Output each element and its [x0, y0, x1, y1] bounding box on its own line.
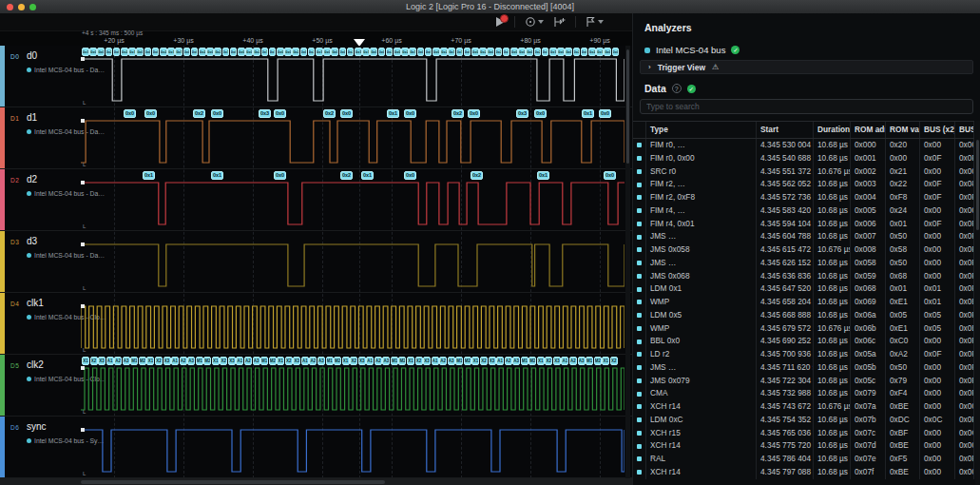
scrollbar-thumb[interactable]	[81, 480, 385, 484]
table-header-cell[interactable]: Start	[757, 122, 814, 138]
table-row[interactable]: FIM r2, 0xF84.345 572 736 s10.68 µs0x004…	[633, 191, 974, 204]
ruler-tick-label: +50 µs	[312, 37, 332, 44]
trigger-view-collapse[interactable]: › Trigger View ⚠	[640, 60, 973, 74]
waveform-vertical-scrollbar[interactable]	[625, 46, 630, 478]
channel-row-clk1[interactable]: D4clk1Intel MCS-04 bus - Clo…L	[0, 293, 632, 355]
wave-start-handle[interactable]	[81, 428, 85, 432]
waveform-d1[interactable]: 0x00x00x20x00x30x00x20x00x10x00x20x00x30…	[81, 107, 625, 169]
table-header-cell[interactable]: ROM val	[886, 122, 920, 138]
waveform-d2[interactable]: 0x10x10x00x20x10x00x20x10x0L	[81, 169, 625, 231]
bus-value-badge: A2	[439, 357, 447, 365]
table-row[interactable]: WMP4.345 679 572 s10.676 µs0x06b0xE10x05…	[633, 322, 974, 336]
scrollbar-thumb[interactable]	[626, 49, 629, 164]
table-row[interactable]: JMS 0x0794.345 722 304 s10.68 µs0x05c0x7…	[633, 375, 974, 388]
channel-row-clk2[interactable]: D5clk2Intel MCS-04 bus - Clo…X1X2X3A1A2A…	[0, 355, 632, 417]
wave-start-handle[interactable]	[81, 304, 85, 308]
table-row[interactable]: CMA4.345 732 988 s10.68 µs0x0790xF40x000…	[633, 387, 974, 400]
trigger-view-label: Trigger View	[658, 63, 705, 72]
table-header-cell[interactable]: Duration	[814, 122, 851, 138]
channel-row-d1[interactable]: D1d1Intel MCS-04 bus - Da…0x00x00x20x00x…	[0, 107, 632, 169]
table-cell: 0x50	[886, 257, 920, 270]
minimize-button[interactable]	[18, 4, 25, 10]
table-row[interactable]: FIM r4, 0x014.345 594 104 s10.68 µs0x006…	[633, 218, 974, 231]
timing-settings-button[interactable]	[525, 16, 544, 28]
table-row[interactable]: JMS …4.345 711 620 s10.68 µs0x05b0x500x0…	[633, 361, 974, 375]
channel-row-d0[interactable]: D0d0Intel MCS-04 bus - Da…0x10x00x00x20x…	[0, 46, 632, 107]
wave-start-handle[interactable]	[81, 242, 85, 246]
table-row[interactable]: SRC r04.345 551 372 s10.676 µs0x0020x210…	[633, 165, 974, 179]
channel-row-d2[interactable]: D2d2Intel MCS-04 bus - Da…0x10x10x00x20x…	[0, 169, 632, 231]
table-cell: 0xBE	[886, 400, 920, 414]
table-header-cell[interactable]: ROM adr	[851, 122, 886, 138]
channel-row-sync[interactable]: D6syncIntel MCS-04 bus - Sy…L	[0, 417, 632, 478]
waveform-sync[interactable]: L	[81, 417, 625, 478]
bus-value-badge: M1	[586, 357, 593, 365]
bus-value-badge: 0x1	[503, 48, 510, 56]
table-row[interactable]: JMS 0x0584.345 615 472 s10.676 µs0x0080x…	[633, 243, 974, 257]
channel-name-label[interactable]: d0	[27, 50, 37, 61]
table-row[interactable]: JMS 0x0684.345 636 836 s10.68 µs0x0590x6…	[633, 270, 974, 283]
table-header-cell[interactable]: Type	[646, 122, 757, 138]
wave-start-handle[interactable]	[81, 119, 85, 123]
table-cell: 0x0F	[955, 191, 974, 204]
table-row[interactable]: LDM 0x54.345 668 888 s10.68 µs0x06a0x050…	[633, 309, 974, 322]
analyzer-dot-icon	[27, 438, 31, 443]
table-row[interactable]: BBL 0x04.345 690 252 s10.68 µs0x06c0xC00…	[633, 335, 974, 348]
start-capture-button[interactable]	[496, 17, 505, 27]
waveform-d0[interactable]: 0x10x00x00x20x00x20x10x00x00x00x20x10x10…	[81, 46, 625, 107]
help-icon[interactable]: ?	[672, 84, 682, 93]
row-marker-cell	[633, 348, 646, 361]
table-row[interactable]: FIM r2, …4.345 562 052 s10.68 µs0x0030x2…	[633, 178, 974, 191]
table-scrollbar[interactable]	[975, 121, 980, 485]
search-input[interactable]	[640, 99, 973, 114]
maximize-button[interactable]	[29, 4, 36, 10]
table-row[interactable]: RAL4.345 786 404 s10.68 µs0x07e0xF50x000…	[633, 453, 974, 466]
analyzer-item-intel-mcs04[interactable]: Intel MCS-04 bus ✓	[644, 45, 740, 55]
table-row[interactable]: LDM 0x14.345 647 520 s10.68 µs0x0680x010…	[633, 282, 974, 296]
analyzer-color-dot	[644, 48, 650, 53]
channel-row-d3[interactable]: D3d3Intel MCS-04 bus - Da…L	[0, 231, 632, 293]
table-row[interactable]: XCH r154.345 765 036 s10.68 µs0x07c0xBF0…	[633, 427, 974, 440]
bus-value-badge: 0x0	[300, 48, 308, 56]
bus-value-badge: X1	[537, 357, 545, 365]
waveform-d3[interactable]: L	[81, 231, 625, 293]
table-cell: 0x07d	[851, 439, 886, 453]
channel-name-label[interactable]: d3	[27, 236, 37, 246]
bus-value-badge: 0x0	[394, 48, 401, 56]
table-row[interactable]: XCH r144.345 743 672 s10.676 µs0x07a0xBE…	[633, 400, 974, 414]
timer-icon	[525, 16, 536, 28]
channel-name-label[interactable]: d2	[27, 174, 37, 184]
table-row[interactable]: XCH r144.345 775 720 s10.68 µs0x07d0xBE0…	[633, 439, 974, 453]
time-ruler[interactable]: +4 s : 345 ms : 500 µs +20 µs+30 µs+40 µ…	[81, 30, 625, 46]
channel-name-label[interactable]: sync	[27, 421, 47, 432]
table-row[interactable]: JMS …4.345 604 788 s10.68 µs0x0070x500x0…	[633, 230, 974, 243]
table-row[interactable]: FIM r0, …4.345 530 004 s10.68 µs0x0000x2…	[633, 139, 974, 152]
table-row[interactable]: WMP4.345 658 204 s10.68 µs0x0690xE10x010…	[633, 296, 974, 309]
row-marker-cell	[633, 139, 646, 152]
bus-value-badge: 0x2	[106, 48, 113, 56]
table-cell: JMS 0x068	[646, 270, 757, 283]
waveform-clk2[interactable]: X1X2X3A1A2A3M1M2X1X2X3A1A2A3M1M2X1X2X3A1…	[81, 355, 625, 417]
table-row[interactable]: JMS …4.345 626 152 s10.68 µs0x0580x500x0…	[633, 257, 974, 270]
waveform-clk1[interactable]: L	[81, 293, 625, 355]
add-measurement-button[interactable]	[553, 16, 566, 28]
channel-name-label[interactable]: clk2	[27, 359, 44, 370]
scrollbar-thumb[interactable]	[976, 140, 979, 230]
wave-start-handle[interactable]	[81, 181, 85, 184]
close-button[interactable]	[7, 4, 13, 10]
wave-start-handle[interactable]	[81, 366, 85, 370]
table-header-cell[interactable]: BUS (x3)	[955, 122, 974, 138]
table-row[interactable]: FIM r0, 0x004.345 540 688 s10.68 µs0x001…	[633, 152, 974, 165]
table-cell: 0x00	[920, 375, 955, 388]
row-marker-cell	[633, 270, 646, 283]
measure-icon	[553, 16, 566, 28]
channel-name-label[interactable]: d1	[27, 112, 37, 123]
table-row[interactable]: XCH r144.345 797 088 s10.68 µs0x07f0xBE0…	[633, 466, 974, 479]
table-row[interactable]: LD r24.345 700 936 s10.68 µs0x05a0xA20x0…	[633, 348, 974, 361]
channel-name-label[interactable]: clk1	[27, 298, 44, 308]
annotations-button[interactable]	[586, 16, 604, 28]
table-row[interactable]: FIM r4, …4.345 583 420 s10.68 µs0x0050x2…	[633, 204, 974, 218]
table-row[interactable]: LDM 0xC4.345 754 352 s10.68 µs0x07b0xDC0…	[633, 414, 974, 427]
wave-start-handle[interactable]	[81, 57, 85, 61]
table-header-cell[interactable]: BUS (x2)	[920, 122, 955, 138]
